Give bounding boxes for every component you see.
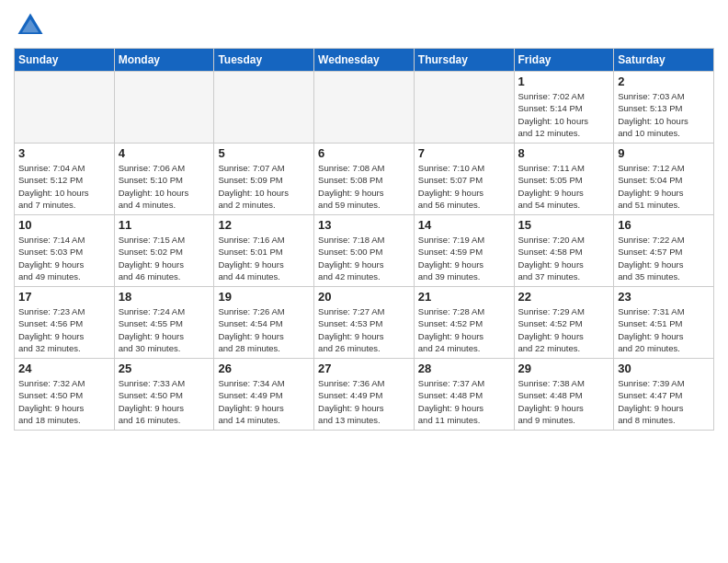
day-info: Sunrise: 7:34 AM Sunset: 4:49 PM Dayligh… — [218, 377, 310, 426]
day-info: Sunrise: 7:28 AM Sunset: 4:52 PM Dayligh… — [418, 305, 510, 354]
calendar-cell — [314, 72, 415, 144]
weekday-header-monday: Monday — [114, 49, 214, 72]
calendar-cell: 10Sunrise: 7:14 AM Sunset: 5:03 PM Dayli… — [15, 215, 115, 287]
day-info: Sunrise: 7:38 AM Sunset: 4:48 PM Dayligh… — [518, 377, 610, 426]
week-row-3: 10Sunrise: 7:14 AM Sunset: 5:03 PM Dayli… — [15, 215, 714, 287]
calendar-table: SundayMondayTuesdayWednesdayThursdayFrid… — [14, 48, 714, 431]
day-number: 23 — [618, 290, 710, 304]
day-info: Sunrise: 7:36 AM Sunset: 4:49 PM Dayligh… — [318, 377, 410, 426]
day-number: 9 — [618, 146, 710, 160]
day-info: Sunrise: 7:15 AM Sunset: 5:02 PM Dayligh… — [119, 234, 210, 282]
day-number: 28 — [418, 362, 510, 375]
calendar-cell: 21Sunrise: 7:28 AM Sunset: 4:52 PM Dayli… — [414, 287, 514, 359]
day-info: Sunrise: 7:06 AM Sunset: 5:10 PM Dayligh… — [119, 162, 210, 211]
day-number: 7 — [418, 146, 510, 160]
day-info: Sunrise: 7:02 AM Sunset: 5:14 PM Dayligh… — [518, 90, 610, 139]
day-number: 22 — [518, 290, 610, 304]
day-info: Sunrise: 7:18 AM Sunset: 5:00 PM Dayligh… — [318, 234, 410, 282]
day-info: Sunrise: 7:14 AM Sunset: 5:03 PM Dayligh… — [18, 234, 110, 282]
day-info: Sunrise: 7:26 AM Sunset: 4:54 PM Dayligh… — [218, 305, 310, 354]
calendar-cell: 20Sunrise: 7:27 AM Sunset: 4:53 PM Dayli… — [314, 287, 415, 359]
day-info: Sunrise: 7:19 AM Sunset: 4:59 PM Dayligh… — [418, 234, 510, 282]
day-info: Sunrise: 7:12 AM Sunset: 5:04 PM Dayligh… — [618, 162, 710, 211]
day-info: Sunrise: 7:08 AM Sunset: 5:08 PM Dayligh… — [318, 162, 410, 211]
day-number: 14 — [418, 218, 510, 232]
calendar-cell: 17Sunrise: 7:23 AM Sunset: 4:56 PM Dayli… — [15, 287, 115, 359]
day-info: Sunrise: 7:23 AM Sunset: 4:56 PM Dayligh… — [18, 305, 110, 354]
day-number: 2 — [618, 75, 710, 88]
calendar-cell: 25Sunrise: 7:33 AM Sunset: 4:50 PM Dayli… — [114, 359, 214, 431]
day-number: 21 — [418, 290, 510, 304]
weekday-header-tuesday: Tuesday — [214, 49, 314, 72]
calendar-cell: 27Sunrise: 7:36 AM Sunset: 4:49 PM Dayli… — [314, 359, 415, 431]
day-info: Sunrise: 7:39 AM Sunset: 4:47 PM Dayligh… — [618, 377, 710, 426]
day-info: Sunrise: 7:11 AM Sunset: 5:05 PM Dayligh… — [518, 162, 610, 211]
calendar-cell: 2Sunrise: 7:03 AM Sunset: 5:13 PM Daylig… — [614, 72, 714, 144]
weekday-header-wednesday: Wednesday — [314, 49, 415, 72]
calendar-cell — [414, 72, 514, 144]
week-row-5: 24Sunrise: 7:32 AM Sunset: 4:50 PM Dayli… — [15, 359, 714, 431]
calendar-cell: 8Sunrise: 7:11 AM Sunset: 5:05 PM Daylig… — [514, 144, 614, 215]
day-number: 29 — [518, 362, 610, 375]
day-info: Sunrise: 7:33 AM Sunset: 4:50 PM Dayligh… — [119, 377, 210, 426]
calendar-cell: 9Sunrise: 7:12 AM Sunset: 5:04 PM Daylig… — [614, 144, 714, 215]
day-number: 19 — [218, 290, 310, 304]
day-number: 1 — [518, 75, 610, 88]
calendar-cell: 11Sunrise: 7:15 AM Sunset: 5:02 PM Dayli… — [114, 215, 214, 287]
calendar-cell: 3Sunrise: 7:04 AM Sunset: 5:12 PM Daylig… — [15, 144, 115, 215]
day-info: Sunrise: 7:29 AM Sunset: 4:52 PM Dayligh… — [518, 305, 610, 354]
weekday-header-saturday: Saturday — [614, 49, 714, 72]
weekday-header-thursday: Thursday — [414, 49, 514, 72]
calendar-cell — [114, 72, 214, 144]
calendar-cell: 29Sunrise: 7:38 AM Sunset: 4:48 PM Dayli… — [514, 359, 614, 431]
calendar-cell — [214, 72, 314, 144]
calendar-cell: 12Sunrise: 7:16 AM Sunset: 5:01 PM Dayli… — [214, 215, 314, 287]
day-info: Sunrise: 7:31 AM Sunset: 4:51 PM Dayligh… — [618, 305, 710, 354]
day-info: Sunrise: 7:32 AM Sunset: 4:50 PM Dayligh… — [18, 377, 110, 426]
calendar-cell: 7Sunrise: 7:10 AM Sunset: 5:07 PM Daylig… — [414, 144, 514, 215]
day-info: Sunrise: 7:10 AM Sunset: 5:07 PM Dayligh… — [418, 162, 510, 211]
day-info: Sunrise: 7:27 AM Sunset: 4:53 PM Dayligh… — [318, 305, 410, 354]
calendar-cell: 4Sunrise: 7:06 AM Sunset: 5:10 PM Daylig… — [114, 144, 214, 215]
week-row-4: 17Sunrise: 7:23 AM Sunset: 4:56 PM Dayli… — [15, 287, 714, 359]
week-row-1: 1Sunrise: 7:02 AM Sunset: 5:14 PM Daylig… — [15, 72, 714, 144]
calendar-cell: 5Sunrise: 7:07 AM Sunset: 5:09 PM Daylig… — [214, 144, 314, 215]
day-number: 8 — [518, 146, 610, 160]
day-number: 5 — [218, 146, 310, 160]
week-row-2: 3Sunrise: 7:04 AM Sunset: 5:12 PM Daylig… — [15, 144, 714, 215]
logo — [14, 9, 51, 42]
calendar-cell: 22Sunrise: 7:29 AM Sunset: 4:52 PM Dayli… — [514, 287, 614, 359]
day-number: 20 — [318, 290, 410, 304]
calendar-cell: 28Sunrise: 7:37 AM Sunset: 4:48 PM Dayli… — [414, 359, 514, 431]
day-info: Sunrise: 7:22 AM Sunset: 4:57 PM Dayligh… — [618, 234, 710, 282]
calendar-cell: 13Sunrise: 7:18 AM Sunset: 5:00 PM Dayli… — [314, 215, 415, 287]
day-info: Sunrise: 7:16 AM Sunset: 5:01 PM Dayligh… — [218, 234, 310, 282]
day-info: Sunrise: 7:37 AM Sunset: 4:48 PM Dayligh… — [418, 377, 510, 426]
calendar-cell: 23Sunrise: 7:31 AM Sunset: 4:51 PM Dayli… — [614, 287, 714, 359]
weekday-header-row: SundayMondayTuesdayWednesdayThursdayFrid… — [15, 49, 714, 72]
day-number: 15 — [518, 218, 610, 232]
calendar-cell: 15Sunrise: 7:20 AM Sunset: 4:58 PM Dayli… — [514, 215, 614, 287]
header — [14, 9, 714, 42]
day-number: 30 — [618, 362, 710, 375]
day-number: 16 — [618, 218, 710, 232]
day-number: 18 — [119, 290, 210, 304]
calendar-cell: 6Sunrise: 7:08 AM Sunset: 5:08 PM Daylig… — [314, 144, 415, 215]
calendar-cell: 24Sunrise: 7:32 AM Sunset: 4:50 PM Dayli… — [15, 359, 115, 431]
day-info: Sunrise: 7:20 AM Sunset: 4:58 PM Dayligh… — [518, 234, 610, 282]
day-info: Sunrise: 7:03 AM Sunset: 5:13 PM Dayligh… — [618, 90, 710, 139]
calendar-cell: 1Sunrise: 7:02 AM Sunset: 5:14 PM Daylig… — [514, 72, 614, 144]
day-number: 12 — [218, 218, 310, 232]
calendar-cell: 18Sunrise: 7:24 AM Sunset: 4:55 PM Dayli… — [114, 287, 214, 359]
weekday-header-friday: Friday — [514, 49, 614, 72]
calendar-cell: 30Sunrise: 7:39 AM Sunset: 4:47 PM Dayli… — [614, 359, 714, 431]
day-number: 10 — [18, 218, 110, 232]
calendar-cell: 14Sunrise: 7:19 AM Sunset: 4:59 PM Dayli… — [414, 215, 514, 287]
calendar-cell: 19Sunrise: 7:26 AM Sunset: 4:54 PM Dayli… — [214, 287, 314, 359]
calendar-cell: 16Sunrise: 7:22 AM Sunset: 4:57 PM Dayli… — [614, 215, 714, 287]
weekday-header-sunday: Sunday — [15, 49, 115, 72]
day-number: 3 — [18, 146, 110, 160]
day-number: 24 — [18, 362, 110, 375]
day-number: 27 — [318, 362, 410, 375]
calendar-cell: 26Sunrise: 7:34 AM Sunset: 4:49 PM Dayli… — [214, 359, 314, 431]
